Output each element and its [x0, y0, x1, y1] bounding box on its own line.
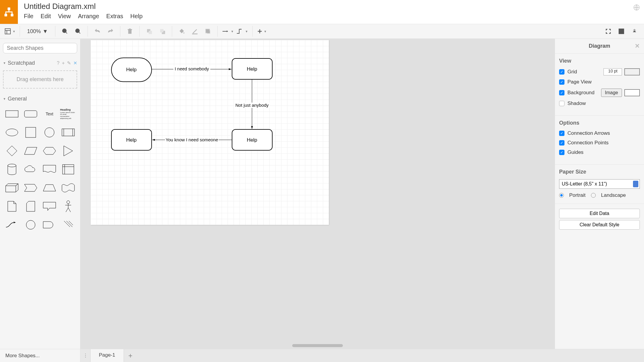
guides-checkbox[interactable]: ✓ — [559, 150, 564, 155]
view-mode-button[interactable]: ▼ — [4, 28, 15, 35]
scratchpad-close-icon[interactable]: ✕ — [73, 60, 77, 66]
shape-and[interactable] — [40, 218, 59, 231]
shape-rectangle[interactable] — [2, 107, 21, 120]
grid-size-input[interactable]: 10 pt — [603, 68, 622, 75]
add-page-icon[interactable]: + — [124, 349, 137, 362]
diagram-node[interactable]: Help — [126, 67, 137, 72]
guides-label: Guides — [567, 149, 584, 155]
shape-internal-storage[interactable] — [59, 163, 78, 176]
shape-circle[interactable] — [40, 126, 59, 139]
menu-help[interactable]: Help — [130, 13, 143, 20]
diagram-node[interactable]: Help — [126, 137, 137, 143]
shape-cylinder[interactable] — [2, 163, 21, 176]
to-back-icon[interactable] — [157, 26, 168, 37]
grid-color-swatch[interactable] — [624, 68, 640, 75]
shape-data-storage[interactable] — [59, 218, 78, 231]
general-shapes-header[interactable]: ▼General — [0, 93, 80, 104]
line-color-icon[interactable] — [189, 26, 200, 37]
background-checkbox[interactable]: ✓ — [559, 90, 564, 95]
horizontal-scrollbar[interactable] — [292, 344, 343, 347]
connection-points-checkbox[interactable]: ✓ — [559, 140, 564, 146]
menu-edit[interactable]: Edit — [41, 13, 51, 20]
delete-icon[interactable] — [125, 26, 135, 37]
shape-tape[interactable] — [59, 181, 78, 194]
orientation-portrait-radio[interactable] — [559, 193, 564, 198]
connection-points-label: Connection Points — [567, 140, 609, 146]
zoom-in-icon[interactable] — [60, 26, 70, 37]
shape-triangle[interactable] — [59, 144, 78, 157]
scratchpad-help-icon[interactable]: ? — [57, 61, 60, 66]
shape-process[interactable] — [59, 126, 78, 139]
menu-file[interactable]: File — [24, 13, 33, 20]
shape-or[interactable] — [21, 218, 40, 231]
edge-label[interactable]: Not just anybody — [235, 103, 269, 108]
language-icon[interactable] — [633, 4, 640, 12]
collapse-icon[interactable] — [629, 26, 640, 37]
diagram-page[interactable]: Help Help Help Help I need somebody Not … — [91, 40, 329, 225]
background-label: Background — [567, 90, 595, 96]
shape-note[interactable] — [2, 200, 21, 213]
undo-icon[interactable] — [92, 26, 103, 37]
shape-square[interactable] — [21, 126, 40, 139]
scratchpad-edit-icon[interactable]: ✎ — [67, 60, 71, 66]
svg-point-25 — [26, 220, 35, 229]
clear-default-style-button[interactable]: Clear Default Style — [559, 220, 640, 230]
format-panel-icon[interactable] — [616, 26, 627, 37]
scratchpad-add-icon[interactable]: + — [62, 61, 65, 66]
zoom-level[interactable]: 100% ▼ — [24, 28, 51, 35]
shape-ellipse[interactable] — [2, 126, 21, 139]
background-color-swatch[interactable] — [624, 89, 640, 96]
connection-style-button[interactable]: ▼ — [222, 29, 234, 33]
edit-data-button[interactable]: Edit Data — [559, 209, 640, 218]
page-tab[interactable]: Page-1 — [91, 349, 124, 362]
zoom-out-icon[interactable] — [73, 26, 83, 37]
svg-rect-12 — [192, 33, 197, 34]
shape-step[interactable] — [21, 181, 40, 194]
paper-size-select[interactable]: US-Letter (8,5" x 11") — [559, 179, 640, 189]
page-view-checkbox[interactable]: ✓ — [559, 79, 564, 85]
shape-textbox[interactable]: HeadingLorem ipsum dolor sit amet, conse… — [59, 107, 78, 120]
shape-parallelogram[interactable] — [21, 144, 40, 157]
document-title[interactable]: Untitled Diagram.xml — [24, 2, 644, 11]
menu-extras[interactable]: Extras — [106, 13, 123, 20]
diagram-node[interactable]: Help — [247, 137, 257, 143]
panel-close-icon[interactable]: ✕ — [635, 42, 640, 49]
background-image-button[interactable]: Image — [601, 89, 622, 97]
insert-button[interactable]: ▼ — [257, 28, 267, 34]
shape-callout[interactable] — [40, 200, 59, 213]
shape-document[interactable] — [40, 163, 59, 176]
fill-color-icon[interactable] — [176, 26, 187, 37]
shape-trapezoid[interactable] — [40, 181, 59, 194]
menu-view[interactable]: View — [58, 13, 71, 20]
more-shapes-button[interactable]: More Shapes... — [0, 349, 80, 362]
app-logo[interactable] — [0, 0, 18, 24]
connection-arrows-checkbox[interactable]: ✓ — [559, 131, 564, 136]
shape-text[interactable]: Text — [40, 107, 59, 120]
waypoint-style-button[interactable]: ▼ — [236, 29, 248, 34]
shadow-checkbox[interactable] — [559, 101, 564, 106]
edge-label[interactable]: I need somebody — [175, 66, 209, 71]
shape-curve[interactable] — [2, 218, 21, 231]
view-section-heading: View — [559, 58, 640, 64]
fullscreen-icon[interactable] — [603, 26, 614, 37]
scratchpad-dropzone[interactable]: Drag elements here — [3, 70, 77, 89]
canvas[interactable]: Help Help Help Help I need somebody Not … — [80, 39, 555, 349]
shape-rounded-rectangle[interactable] — [21, 107, 40, 120]
shadow-icon[interactable] — [203, 26, 213, 37]
orientation-landscape-radio[interactable] — [591, 193, 596, 198]
redo-icon[interactable] — [105, 26, 116, 37]
pages-menu-icon[interactable]: ⋮ — [80, 349, 91, 362]
search-shapes-input[interactable] — [3, 43, 77, 53]
grid-checkbox[interactable]: ✓ — [559, 69, 564, 75]
scratchpad-header[interactable]: ▼Scratchpad ? + ✎ ✕ — [0, 58, 80, 69]
shape-cube[interactable] — [2, 181, 21, 194]
shape-diamond[interactable] — [2, 144, 21, 157]
edge-label[interactable]: You know I need someone — [166, 137, 218, 142]
shape-actor[interactable] — [59, 200, 78, 213]
diagram-node[interactable]: Help — [247, 66, 257, 72]
shape-hexagon[interactable] — [40, 144, 59, 157]
menu-arrange[interactable]: Arrange — [78, 13, 99, 20]
to-front-icon[interactable] — [144, 26, 155, 37]
shape-cloud[interactable] — [21, 163, 40, 176]
shape-card[interactable] — [21, 200, 40, 213]
